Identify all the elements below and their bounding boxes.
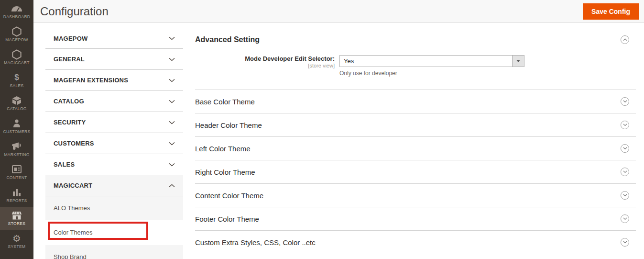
hexagon-icon: [12, 50, 22, 59]
chevron-down-icon: [623, 124, 627, 126]
magiccart-subsection-list: ALO Themes Color Themes Shop Brand: [45, 196, 183, 259]
sidebar-item-marketing[interactable]: MARKETING: [0, 138, 33, 161]
config-subnav-color-themes[interactable]: Color Themes: [45, 220, 183, 245]
sidebar-item-content[interactable]: CONTENT: [0, 161, 33, 184]
section-row-custom-extra-styles[interactable]: Custom Extra Styles, CSS, Color ..etc: [195, 230, 636, 254]
expand-section-button[interactable]: [621, 191, 629, 200]
chevron-down-icon: [623, 217, 627, 220]
config-nav-catalog[interactable]: CATALOG: [45, 91, 183, 112]
chevron-up-icon: [623, 38, 627, 41]
sidebar-item-system[interactable]: ⚙ SYSTEM: [0, 230, 33, 253]
sidebar-item-catalog[interactable]: CATALOG: [0, 92, 33, 115]
chevron-down-icon: [169, 142, 175, 146]
sidebar-item-label: CONTENT: [6, 175, 27, 180]
config-nav-magiccart[interactable]: MAGICCART: [45, 175, 183, 196]
section-row-footer-color-theme[interactable]: Footer Color Theme: [195, 207, 636, 230]
expand-section-button[interactable]: [621, 144, 629, 153]
advanced-setting-section: Advanced Setting Mode Developer Edit Sel…: [195, 23, 636, 90]
sidebar-item-label: REPORTS: [6, 198, 27, 203]
chevron-down-icon: [623, 100, 627, 103]
config-section-nav: MAGEPOW GENERAL MAGEFAN EXTENSIONS CATAL…: [45, 28, 183, 259]
store-view-scope-label: [store view]: [195, 63, 335, 68]
sidebar-item-label: DASHBOARD: [3, 14, 31, 19]
chevron-down-icon: [169, 163, 175, 167]
field-control: Yes Only use for developer: [339, 55, 524, 77]
sidebar-item-label: MARKETING: [4, 152, 29, 157]
dashboard-icon: [11, 4, 22, 13]
expand-section-button[interactable]: [621, 121, 629, 129]
advanced-setting-header: Advanced Setting: [195, 23, 636, 44]
config-subnav-shop-brand[interactable]: Shop Brand: [45, 245, 183, 259]
sidebar-item-dashboard[interactable]: DASHBOARD: [0, 0, 33, 23]
chevron-down-icon: [169, 121, 175, 124]
config-nav-general[interactable]: GENERAL: [45, 49, 183, 70]
select-dropdown-arrow[interactable]: [512, 56, 524, 67]
config-nav-magefan-extensions[interactable]: MAGEFAN EXTENSIONS: [45, 70, 183, 91]
storefront-icon: [11, 211, 22, 220]
chevron-down-icon: [169, 79, 175, 82]
sidebar-item-label: SYSTEM: [8, 244, 26, 249]
sidebar-item-label: MAGEPOW: [5, 37, 28, 42]
person-icon: [13, 119, 21, 128]
sidebar-item-label: MAGICCART: [4, 60, 30, 65]
page-container: Configuration Save Config MAGEPOW GENERA…: [33, 0, 644, 259]
section-title: Advanced Setting: [195, 35, 260, 44]
chevron-down-icon: [169, 100, 175, 103]
sidebar-item-reports[interactable]: REPORTS: [0, 184, 33, 207]
sidebar-item-magiccart[interactable]: MAGICCART: [0, 46, 33, 69]
sidebar-item-label: CUSTOMERS: [3, 129, 31, 134]
sidebar-item-sales[interactable]: $ SALES: [0, 69, 33, 92]
section-row-base-color-theme[interactable]: Base Color Theme: [195, 90, 636, 113]
sidebar-item-customers[interactable]: CUSTOMERS: [0, 115, 33, 138]
mode-developer-field-row: Mode Developer Edit Selector: [store vie…: [195, 55, 636, 77]
dollar-icon: $: [14, 73, 19, 82]
gear-icon: ⚙: [12, 234, 21, 243]
section-row-right-color-theme[interactable]: Right Color Theme: [195, 160, 636, 183]
sidebar-item-magepow[interactable]: MAGEPOW: [0, 23, 33, 46]
config-nav-magepow[interactable]: MAGEPOW: [45, 28, 183, 49]
config-nav-security[interactable]: SECURITY: [45, 112, 183, 133]
sidebar-item-stores[interactable]: STORES: [0, 207, 33, 230]
section-row-header-color-theme[interactable]: Header Color Theme: [195, 113, 636, 136]
page-header: Configuration Save Config: [33, 0, 644, 23]
chevron-down-icon: [623, 241, 627, 244]
expand-section-button[interactable]: [621, 214, 629, 223]
mode-developer-select[interactable]: Yes: [339, 55, 524, 67]
chevron-up-icon: [169, 184, 175, 188]
page-title: Configuration: [40, 5, 109, 18]
admin-sidebar: DASHBOARD MAGEPOW MAGICCART $ SALES CATA…: [0, 0, 33, 259]
hexagon-icon: [12, 27, 22, 36]
chevron-down-icon: [623, 147, 627, 150]
expand-section-button[interactable]: [621, 168, 629, 176]
config-nav-sales[interactable]: SALES: [45, 154, 183, 175]
config-nav-customers[interactable]: CUSTOMERS: [45, 133, 183, 154]
sidebar-item-label: CATALOG: [7, 106, 26, 111]
field-note: Only use for developer: [339, 70, 524, 77]
expand-section-button[interactable]: [621, 97, 629, 106]
sidebar-item-label: STORES: [8, 221, 26, 226]
layout-icon: [12, 165, 22, 174]
sidebar-item-label: SALES: [10, 83, 24, 88]
field-label: Mode Developer Edit Selector: [store vie…: [195, 55, 338, 77]
config-main-panel: Advanced Setting Mode Developer Edit Sel…: [195, 23, 636, 259]
chevron-down-icon: [623, 194, 627, 197]
expand-section-button[interactable]: [621, 238, 629, 247]
save-config-button[interactable]: Save Config: [583, 3, 639, 20]
chevron-down-icon: [169, 57, 175, 61]
bar-chart-icon: [12, 188, 21, 197]
section-row-left-color-theme[interactable]: Left Color Theme: [195, 136, 636, 160]
cube-icon: [12, 96, 22, 105]
config-subnav-alo-themes[interactable]: ALO Themes: [45, 196, 183, 220]
chevron-down-icon: [169, 36, 175, 40]
megaphone-icon: [11, 142, 22, 151]
collapse-section-button[interactable]: [621, 35, 629, 44]
section-row-content-color-theme[interactable]: Content Color Theme: [195, 183, 636, 207]
chevron-down-icon: [623, 170, 627, 173]
content-area: MAGEPOW GENERAL MAGEFAN EXTENSIONS CATAL…: [33, 23, 644, 259]
